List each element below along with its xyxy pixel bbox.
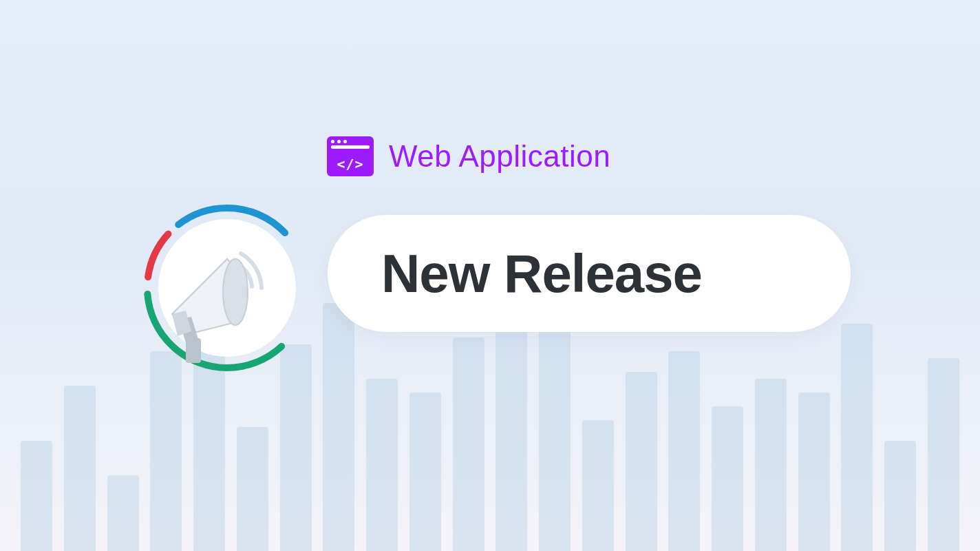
code-window-icon: </>: [327, 136, 374, 176]
headline-pill: New Release: [328, 215, 851, 332]
svg-point-6: [223, 259, 248, 325]
svg-rect-8: [186, 338, 201, 363]
megaphone-graphic: [138, 198, 317, 377]
headline-text: New Release: [381, 242, 702, 305]
category-row: </> Web Application: [327, 136, 610, 176]
category-label: Web Application: [389, 139, 610, 174]
